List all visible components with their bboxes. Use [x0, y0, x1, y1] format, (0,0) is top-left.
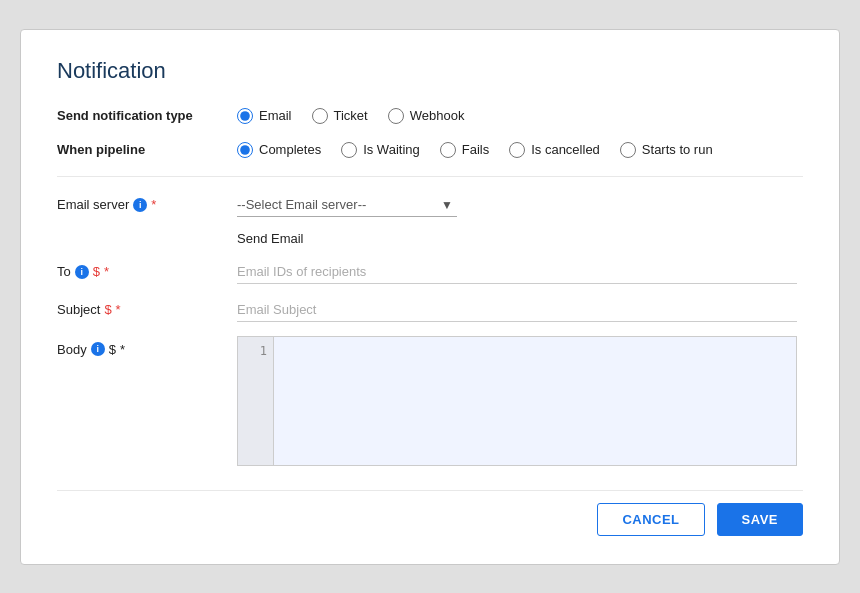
- notification-type-group: Email Ticket Webhook: [237, 108, 464, 124]
- radio-webhook[interactable]: Webhook: [388, 108, 465, 124]
- radio-is-waiting[interactable]: Is Waiting: [341, 142, 420, 158]
- notification-type-label: Send notification type: [57, 108, 237, 123]
- line-numbers: 1: [238, 337, 274, 465]
- subject-input[interactable]: [237, 298, 797, 322]
- email-server-info-icon: i: [133, 198, 147, 212]
- email-server-label: Email server i *: [57, 197, 237, 212]
- to-field-label: To i $ *: [57, 264, 237, 279]
- radio-starts-to-run-label: Starts to run: [642, 142, 713, 157]
- radio-ticket[interactable]: Ticket: [312, 108, 368, 124]
- dialog-title: Notification: [57, 58, 803, 84]
- body-section: Body i $ * 1: [57, 336, 803, 466]
- to-input[interactable]: [237, 260, 797, 284]
- pipeline-group: Completes Is Waiting Fails Is cancelled …: [237, 142, 713, 158]
- radio-completes[interactable]: Completes: [237, 142, 321, 158]
- divider: [57, 176, 803, 177]
- radio-is-cancelled-label: Is cancelled: [531, 142, 600, 157]
- notification-type-row: Send notification type Email Ticket Webh…: [57, 108, 803, 124]
- radio-email[interactable]: Email: [237, 108, 292, 124]
- cancel-button[interactable]: CANCEL: [597, 503, 704, 536]
- pipeline-row: When pipeline Completes Is Waiting Fails…: [57, 142, 803, 158]
- subject-field-row: Subject $ *: [57, 298, 803, 322]
- email-server-select-wrapper: --Select Email server-- ▼: [237, 193, 457, 217]
- radio-is-waiting-label: Is Waiting: [363, 142, 420, 157]
- pipeline-label: When pipeline: [57, 142, 237, 157]
- body-editor: 1: [237, 336, 797, 466]
- radio-webhook-label: Webhook: [410, 108, 465, 123]
- to-field-row: To i $ *: [57, 260, 803, 284]
- radio-fails[interactable]: Fails: [440, 142, 489, 158]
- radio-completes-label: Completes: [259, 142, 321, 157]
- body-field-label: Body i $ *: [57, 336, 237, 357]
- email-server-row: Email server i * --Select Email server--…: [57, 193, 803, 217]
- send-email-label: Send Email: [57, 231, 803, 246]
- email-server-select[interactable]: --Select Email server--: [237, 193, 457, 217]
- radio-email-label: Email: [259, 108, 292, 123]
- radio-ticket-label: Ticket: [334, 108, 368, 123]
- subject-field-label: Subject $ *: [57, 302, 237, 317]
- to-info-icon: i: [75, 265, 89, 279]
- body-textarea[interactable]: [274, 337, 796, 465]
- save-button[interactable]: SAVE: [717, 503, 803, 536]
- dialog-footer: CANCEL SAVE: [57, 490, 803, 536]
- radio-is-cancelled[interactable]: Is cancelled: [509, 142, 600, 158]
- radio-starts-to-run[interactable]: Starts to run: [620, 142, 713, 158]
- radio-fails-label: Fails: [462, 142, 489, 157]
- body-info-icon: i: [91, 342, 105, 356]
- notification-dialog: Notification Send notification type Emai…: [20, 29, 840, 565]
